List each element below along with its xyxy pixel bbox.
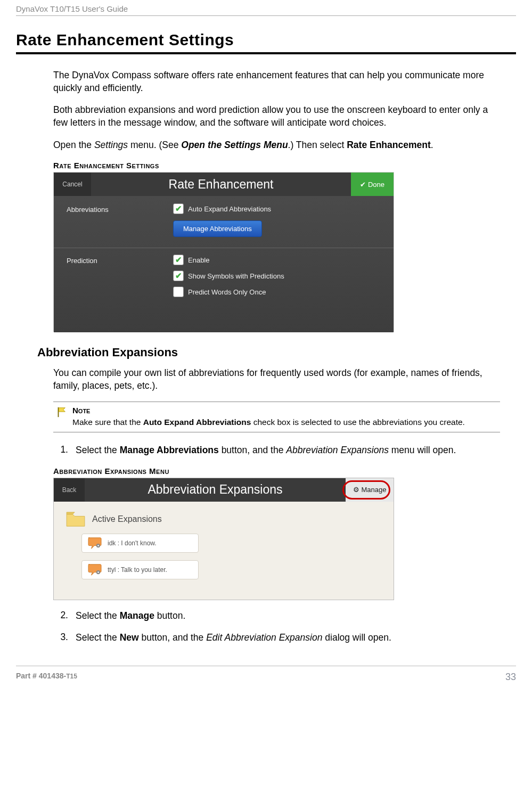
part-number: Part # 401438-T15 [16,672,77,683]
step-2: 2. Select the Manage button. [53,610,500,623]
auto-expand-checkbox-row[interactable]: ✔ Auto Expand Abbreviations [173,203,381,214]
figure-caption-1: Rate Enhancement Settings [53,161,500,170]
note-block: Note Make sure that the Auto Expand Abbr… [53,402,500,432]
intro-para-1: The DynaVox Compass software offers rate… [53,69,500,94]
flag-icon [55,406,67,418]
expansion-item[interactable]: ttyl : Talk to you later. [81,560,199,579]
dialog-title: Abbreviation Expansions [85,478,346,502]
manage-abbreviations-button[interactable]: Manage Abbreviations [173,220,262,237]
enable-checkbox-row[interactable]: ✔ Enable [173,255,381,265]
check-icon: ✔ [360,181,366,189]
dialog-title: Rate Enhancement [91,173,351,196]
dialog-header: Cancel Rate Enhancement ✔Done [54,173,394,196]
checkbox-checked-icon: ✔ [173,203,184,214]
intro-para-3: Open the Settings menu. (See Open the Se… [53,139,500,152]
chapter-title: Rate Enhancement Settings [16,31,516,49]
done-button[interactable]: ✔Done [351,173,394,196]
expansion-item[interactable]: idk : I don't know. [81,534,199,553]
figure-caption-2: Abbreviation Expansions Menu [53,466,500,476]
page-header: DynaVox T10/T15 User's Guide [16,0,516,16]
checkbox-checked-icon: ✔ [173,271,184,281]
page-footer: Part # 401438-T15 33 [16,666,516,693]
svg-point-2 [97,545,99,546]
predict-once-checkbox-row[interactable]: ✔ Predict Words Only Once [173,287,381,297]
manage-button[interactable]: ⚙Manage [346,478,394,502]
abbreviations-label: Abbreviations [67,203,173,243]
step-1: 1. Select the Manage Abbreviations butto… [53,444,500,457]
show-symbols-checkbox-row[interactable]: ✔ Show Symbols with Predictions [173,271,381,281]
folder-icon [66,511,86,527]
gear-icon: ⚙ [353,486,359,494]
cancel-button[interactable]: Cancel [54,173,91,196]
dialog-header: Back Abbreviation Expansions ⚙Manage [54,478,394,502]
section-label: Active Expansions [92,514,162,524]
page-number: 33 [505,672,516,683]
screenshot-abbreviation-expansions: Back Abbreviation Expansions ⚙Manage Act… [53,478,394,600]
speech-bubble-icon [87,537,102,550]
svg-point-4 [97,571,99,573]
abbrev-intro: You can compile your own list of abbrevi… [53,367,500,392]
note-text: Note Make sure that the Auto Expand Abbr… [72,405,465,428]
active-expansions-section: Active Expansions [63,508,384,534]
divider [54,248,394,248]
speech-bubble-icon [87,563,102,576]
intro-para-2: Both abbreviation expansions and word pr… [53,104,500,129]
checkbox-unchecked-icon: ✔ [173,287,184,297]
step-3: 3. Select the New button, and the Edit A… [53,632,500,644]
screenshot-rate-enhancement: Cancel Rate Enhancement ✔Done Abbreviati… [53,172,394,332]
checkbox-checked-icon: ✔ [173,255,184,265]
guide-title: DynaVox T10/T15 User's Guide [16,4,128,13]
section-heading: Abbreviation Expansions [37,346,500,359]
back-button[interactable]: Back [54,478,85,502]
title-rule [16,52,516,54]
prediction-label: Prediction [67,255,173,302]
